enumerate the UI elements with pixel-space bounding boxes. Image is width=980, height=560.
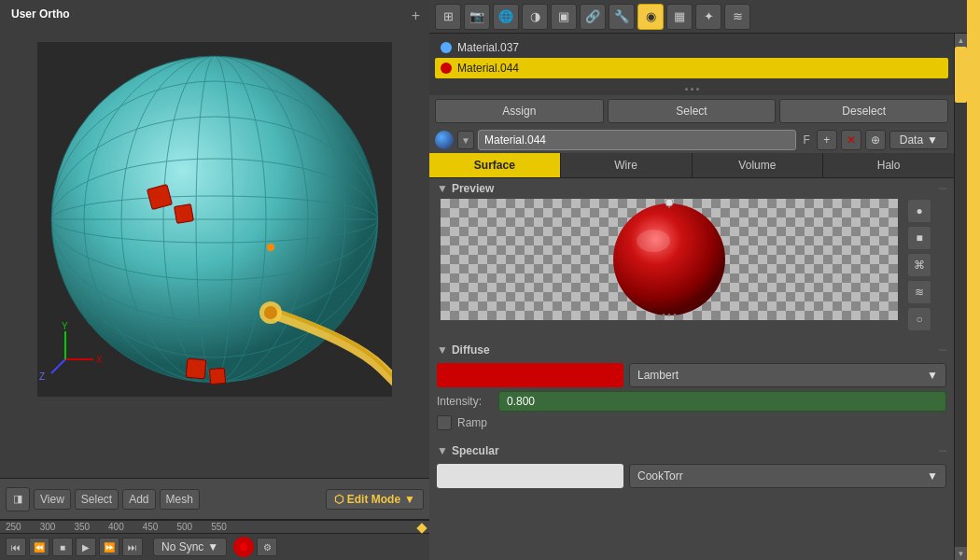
nosync-dropdown[interactable]: No Sync ▼ <box>153 538 227 556</box>
preview-dot <box>674 314 677 316</box>
scrollbar-up-btn[interactable]: ▲ <box>955 34 967 47</box>
material-item-044[interactable]: Material.044 <box>435 58 948 78</box>
timeline-num-550: 550 <box>211 522 227 532</box>
scrollbar-down-btn[interactable]: ▼ <box>955 547 967 560</box>
material-item-037[interactable]: Material.037 <box>435 37 948 58</box>
viewport-add-button[interactable]: + <box>412 7 420 24</box>
prop-icon-render[interactable]: 📷 <box>464 4 490 30</box>
viewport-label: User Ortho <box>11 7 70 21</box>
preview-dot <box>668 314 671 316</box>
prop-icon-particles[interactable]: ✦ <box>695 4 721 30</box>
preview-canvas[interactable] <box>441 199 898 320</box>
tl-extra-btn[interactable]: ⚙ <box>257 538 277 556</box>
edit-mode-button[interactable]: ⬡ Edit Mode ▼ <box>326 489 424 510</box>
material-type-dropdown[interactable]: ▼ <box>457 131 474 149</box>
surface-tabs: Surface Wire Volume Halo <box>429 153 954 178</box>
timeline-num-300: 300 <box>40 522 56 532</box>
view-menu[interactable]: View <box>34 489 71 510</box>
tl-next-btn[interactable]: ⏩ <box>99 538 119 556</box>
timeline-diamond <box>416 523 427 533</box>
viewport-toolbar: ◨ View Select Add Mesh ⬡ Edit Mode ▼ <box>0 478 429 519</box>
material-x-btn[interactable]: ✕ <box>841 130 861 150</box>
mesh-menu[interactable]: Mesh <box>160 489 200 510</box>
diffuse-shader-label: Lambert <box>637 369 679 382</box>
ramp-checkbox[interactable] <box>437 415 452 430</box>
intensity-field[interactable]: 0.800 <box>498 391 946 412</box>
divider-dot-3 <box>696 88 699 91</box>
timeline-controls: ⏮ ⏪ ■ ▶ ⏩ ⏭ No Sync ▼ ⚙ <box>0 534 429 560</box>
select-menu[interactable]: Select <box>75 489 119 510</box>
tl-play-btn[interactable]: ▶ <box>76 538 96 556</box>
viewport-mode-icon[interactable]: ◨ <box>6 487 30 511</box>
prop-icon-scene[interactable]: ⊞ <box>435 4 461 30</box>
tab-wire[interactable]: Wire <box>561 153 693 177</box>
tab-halo[interactable]: Halo <box>823 153 954 177</box>
tl-prev-btn[interactable]: ⏪ <box>29 538 49 556</box>
material-color-dot-037 <box>441 42 452 53</box>
preview-hair-icon[interactable]: ≋ <box>907 280 931 304</box>
tl-skip-start-btn[interactable]: ⏮ <box>6 538 26 556</box>
specular-header[interactable]: ▼ Specular ··· <box>437 441 946 460</box>
material-data-dropdown[interactable]: Data ▼ <box>889 131 948 149</box>
timeline-num-250: 250 <box>6 522 21 532</box>
diffuse-title: Diffuse <box>452 343 490 357</box>
tl-skip-end-btn[interactable]: ⏭ <box>122 538 143 556</box>
diffuse-shader-dropdown[interactable]: Lambert ▼ <box>629 363 946 387</box>
divider-dot-2 <box>691 88 693 91</box>
prop-icon-world[interactable]: ◑ <box>522 4 548 30</box>
prop-icon-physics[interactable]: ≋ <box>724 4 750 30</box>
nosync-arrow-icon: ▼ <box>207 540 218 553</box>
material-name-037: Material.037 <box>457 41 519 54</box>
svg-point-31 <box>613 203 725 315</box>
divider-dot-1 <box>685 88 688 91</box>
tab-volume[interactable]: Volume <box>693 153 824 177</box>
preview-cube-icon[interactable]: ■ <box>907 226 931 250</box>
deselect-button[interactable]: Deselect <box>779 99 948 123</box>
preview-sky-icon[interactable]: ○ <box>907 307 931 331</box>
right-scrollbar: ▲ ▼ <box>954 34 967 560</box>
tl-stop-btn[interactable]: ■ <box>52 538 73 556</box>
scrollbar-thumb[interactable] <box>955 47 967 103</box>
material-f-label: F <box>800 133 812 147</box>
material-copy-btn[interactable]: ⊕ <box>865 130 886 150</box>
prop-icon-scene2[interactable]: 🌐 <box>493 4 519 30</box>
prop-icon-object[interactable]: ▣ <box>551 4 577 30</box>
diffuse-content: Lambert ▼ Intensity: 0.800 Ramp <box>437 359 946 434</box>
scrollbar-track <box>955 47 967 547</box>
prop-icon-modifier[interactable]: 🔧 <box>609 4 635 30</box>
specular-color-swatch[interactable] <box>437 464 623 488</box>
material-list-divider <box>429 82 954 95</box>
timeline-numbers: 250 300 350 400 450 500 550 <box>0 521 429 534</box>
add-menu[interactable]: Add <box>122 489 155 510</box>
prop-icon-constraints[interactable]: 🔗 <box>580 4 606 30</box>
select-button[interactable]: Select <box>608 99 777 123</box>
record-button[interactable] <box>233 537 254 557</box>
properties-content: Material.037 Material.044 Assign Select … <box>429 34 954 496</box>
specular-shader-dropdown[interactable]: CookTorr ▼ <box>629 464 946 488</box>
svg-point-26 <box>264 306 277 319</box>
specular-dots-menu: ··· <box>939 446 946 456</box>
intensity-label: Intensity: <box>437 395 493 408</box>
preview-monkey-icon[interactable]: ⌘ <box>907 253 931 277</box>
viewport[interactable]: User Ortho + <box>0 0 429 560</box>
sphere-container: X Y Z <box>0 28 429 411</box>
material-list: Material.037 Material.044 <box>429 34 954 82</box>
preview-sphere-icon[interactable]: ● <box>907 199 931 223</box>
tab-surface[interactable]: Surface <box>429 153 561 177</box>
diffuse-header[interactable]: ▼ Diffuse ··· <box>437 341 946 359</box>
properties-icon-bar: ⊞ 📷 🌐 ◑ ▣ 🔗 🔧 ◉ ▦ ✦ ≋ <box>429 0 967 34</box>
sphere-svg: X Y Z <box>37 42 392 397</box>
timeline-bar: 250 300 350 400 450 500 550 ⏮ ⏪ ■ ▶ ⏩ ⏭ … <box>0 519 429 560</box>
prop-icon-material[interactable]: ◉ <box>637 4 664 30</box>
assign-button[interactable]: Assign <box>435 99 604 123</box>
material-plus-btn[interactable]: + <box>817 130 837 150</box>
material-color-dot-044 <box>441 63 452 74</box>
svg-rect-14 <box>175 204 194 224</box>
diffuse-color-swatch[interactable] <box>437 363 623 387</box>
prop-icon-texture[interactable]: ▦ <box>666 4 693 30</box>
material-name-field[interactable] <box>478 130 796 150</box>
preview-section: ▼ Preview ··· <box>429 178 954 337</box>
timeline-num-350: 350 <box>74 522 90 532</box>
yellow-sidebar <box>967 0 980 560</box>
diffuse-shader-arrow: ▼ <box>927 369 938 382</box>
